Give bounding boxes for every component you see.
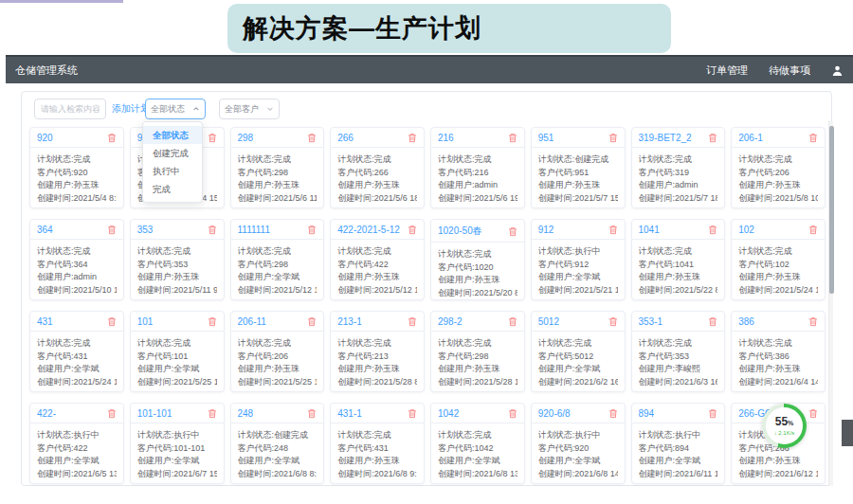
delete-icon[interactable] (208, 408, 217, 419)
nav-todo-items[interactable]: 待做事项 (769, 63, 810, 78)
plan-status-line: 计划状态:完成 (137, 245, 217, 259)
plan-card: 1111111计划状态:完成客户代码:298创建用户:全学斌创建时间:2021/… (230, 219, 325, 300)
plan-title[interactable]: 248 (238, 408, 254, 419)
delete-icon[interactable] (508, 133, 517, 143)
plan-title[interactable]: 216 (438, 133, 454, 143)
plan-card-header: 1041 (632, 220, 725, 240)
delete-icon[interactable] (307, 133, 317, 143)
panel-scrollbar-thumb[interactable] (829, 126, 834, 294)
plan-title[interactable]: 298 (238, 133, 254, 143)
plan-title[interactable]: 422-2021-5-12 (337, 225, 400, 235)
delete-icon[interactable] (708, 408, 717, 419)
delete-icon[interactable] (107, 225, 117, 235)
plan-title[interactable]: 298-2 (438, 316, 463, 327)
plan-title[interactable]: 951 (538, 133, 554, 143)
delete-icon[interactable] (307, 316, 317, 327)
plan-card: 206-1计划状态:完成客户代码:206创建用户:孙玉珠创建时间:2021/5/… (731, 127, 826, 208)
window-scrollbar-thumb[interactable] (842, 420, 853, 446)
plan-card: 920计划状态:完成客户代码:920创建用户:孙玉珠创建时间:2021/5/4 … (29, 127, 124, 208)
delete-icon[interactable] (307, 408, 317, 419)
customer-filter-select[interactable]: 全部客户 (219, 99, 280, 119)
delete-icon[interactable] (408, 225, 417, 235)
plan-title[interactable]: 5012 (538, 316, 559, 327)
plan-title[interactable]: 213-1 (337, 316, 362, 327)
delete-icon[interactable] (208, 316, 217, 327)
plan-title[interactable]: 206-11 (238, 316, 266, 327)
delete-icon[interactable] (708, 316, 717, 327)
delete-icon[interactable] (107, 408, 117, 419)
dropdown-option[interactable]: 创建完成 (143, 144, 202, 162)
status-filter-select[interactable]: 全部状态 (145, 99, 206, 119)
customer-code-line: 客户代码:1042 (438, 442, 517, 456)
customer-code-line: 客户代码:353 (137, 259, 217, 272)
add-plan-button[interactable]: 添加计划 (112, 99, 150, 119)
plan-title[interactable]: 920-6/8 (538, 408, 571, 419)
created-user-line: 创建用户:孙玉珠 (337, 179, 417, 192)
user-icon[interactable] (831, 64, 844, 77)
delete-icon[interactable] (608, 133, 618, 143)
plan-status-line: 计划状态:完成 (438, 429, 517, 442)
plan-title[interactable]: 920 (37, 133, 53, 143)
created-user-line: 创建用户:admin (639, 179, 718, 192)
delete-icon[interactable] (208, 225, 217, 235)
plan-card-body: 计划状态:完成客户代码:353创建用户:孙玉珠创建时间:2021/5/11 9:… (131, 240, 224, 297)
delete-icon[interactable] (408, 316, 417, 327)
delete-icon[interactable] (808, 225, 818, 235)
dropdown-option[interactable]: 完成 (143, 180, 202, 198)
created-time-line: 创建时间:2021/5/28 8:41:52 (337, 376, 417, 389)
plan-card-header: 102 (732, 220, 825, 240)
delete-icon[interactable] (307, 225, 317, 235)
plan-title[interactable]: 319-BET2_2 (639, 133, 692, 143)
plan-status-line: 计划状态:完成 (238, 245, 318, 259)
dropdown-option[interactable]: 执行中 (143, 162, 202, 180)
plan-title[interactable]: 102 (738, 225, 754, 235)
plan-title[interactable]: 431 (37, 316, 53, 327)
plan-title[interactable]: 101 (137, 316, 154, 327)
plan-card-body: 计划状态:完成客户代码:353创建用户:李峻熙创建时间:2021/6/3 16:… (632, 332, 725, 388)
customer-code-line: 客户代码:5012 (538, 351, 618, 364)
plan-title[interactable]: 912 (538, 225, 554, 235)
chevron-down-icon (266, 105, 274, 113)
delete-icon[interactable] (608, 316, 618, 327)
delete-icon[interactable] (208, 133, 217, 143)
plan-title[interactable]: 1111111 (238, 225, 270, 235)
delete-icon[interactable] (808, 133, 818, 143)
delete-icon[interactable] (107, 133, 117, 143)
plan-title[interactable]: 101-101 (137, 408, 172, 419)
dropdown-option[interactable]: 全部状态 (143, 126, 202, 144)
plan-title[interactable]: 431-1 (337, 408, 362, 419)
progress-speed: ↓ 2.1K/s (774, 429, 795, 437)
plan-title[interactable]: 353-1 (639, 316, 663, 327)
plan-title[interactable]: 364 (37, 225, 53, 235)
delete-icon[interactable] (107, 316, 117, 327)
plan-card-header: 894 (632, 404, 725, 423)
delete-icon[interactable] (408, 133, 417, 143)
plan-title[interactable]: 1020-50春 (438, 225, 482, 238)
delete-icon[interactable] (608, 408, 618, 419)
delete-icon[interactable] (408, 408, 417, 419)
customer-code-line: 客户代码:431 (337, 442, 417, 456)
delete-icon[interactable] (608, 225, 618, 235)
plan-title[interactable]: 422- (37, 408, 56, 419)
plan-title[interactable]: 206-1 (738, 133, 763, 143)
delete-icon[interactable] (708, 225, 717, 235)
delete-icon[interactable] (808, 316, 818, 327)
delete-icon[interactable] (808, 408, 818, 419)
plan-title[interactable]: 894 (639, 408, 655, 419)
plan-title[interactable]: 353 (137, 225, 154, 235)
plan-title[interactable]: 386 (738, 316, 754, 327)
plan-title[interactable]: 1041 (639, 225, 660, 235)
plan-card: 386计划状态:完成客户代码:386创建用户:孙玉珠创建时间:2021/6/4 … (731, 311, 826, 392)
delete-icon[interactable] (508, 408, 517, 419)
plan-card-body: 计划状态:执行中客户代码:912创建用户:全学斌创建时间:2021/5/21 1… (532, 240, 625, 297)
delete-icon[interactable] (508, 316, 517, 327)
created-time-line: 创建时间:2021/5/8 10:40:56 (738, 192, 818, 206)
search-input[interactable] (34, 99, 106, 119)
nav-order-management[interactable]: 订单管理 (706, 63, 748, 78)
delete-icon[interactable] (508, 226, 517, 237)
plan-title[interactable]: 1042 (438, 408, 459, 419)
progress-ring-overlay: 55% ↓ 2.1K/s (762, 404, 807, 448)
plan-status-line: 计划状态:完成 (738, 245, 818, 259)
delete-icon[interactable] (708, 133, 717, 143)
plan-title[interactable]: 266 (337, 133, 354, 143)
